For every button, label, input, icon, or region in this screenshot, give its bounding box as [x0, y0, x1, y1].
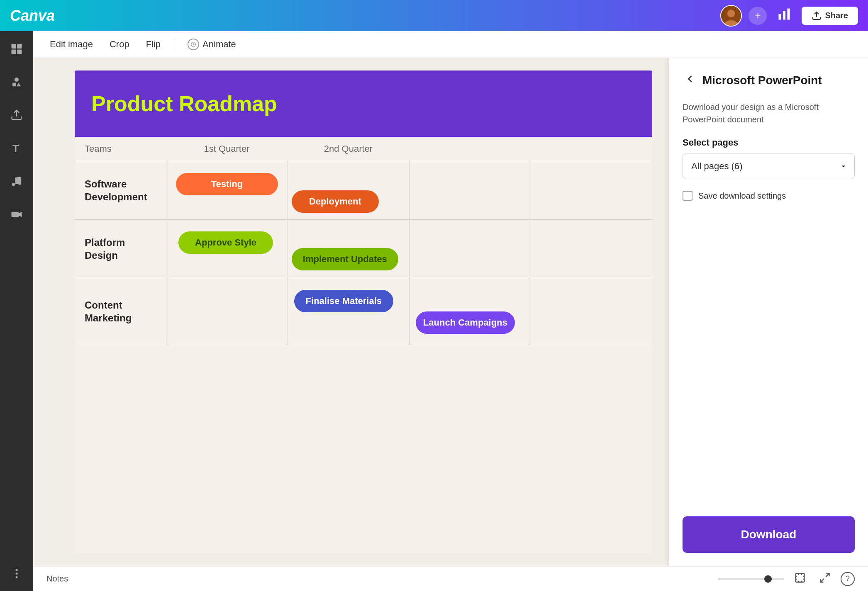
save-settings-label: Save download settings — [698, 191, 786, 201]
col-teams: Teams — [75, 143, 166, 154]
topbar: Canva + Share — [0, 0, 868, 31]
row3-q2-cell: Finalise Materials — [288, 278, 409, 345]
sidebar-icon-upload[interactable] — [6, 104, 27, 126]
toolbar-divider — [174, 39, 174, 50]
slide-container: Product Roadmap Teams 1st Quarter 2nd Qu… — [75, 71, 652, 554]
avatar[interactable] — [720, 5, 742, 27]
topbar-right: + Share — [720, 3, 858, 28]
svg-point-14 — [12, 183, 15, 186]
col-q4 — [531, 143, 652, 154]
help-button[interactable]: ? — [841, 572, 855, 586]
toolbar: Edit image Crop Flip Animate — [33, 31, 868, 58]
row2-q4-cell — [531, 220, 652, 278]
row2-q2-cell: Implement Updates — [288, 220, 409, 278]
svg-rect-7 — [17, 44, 22, 49]
save-settings-row: Save download settings — [683, 191, 855, 201]
right-panel: Microsoft PowerPoint Download your desig… — [669, 58, 868, 566]
save-settings-checkbox[interactable] — [683, 191, 692, 201]
row2-q3-cell — [409, 220, 531, 278]
panel-title: Microsoft PowerPoint — [702, 74, 822, 87]
row2-q1-cell: Approve Style — [166, 220, 288, 278]
gantt-row-2: PlatformDesign Approve Style Implement U… — [75, 220, 652, 278]
svg-point-10 — [15, 78, 19, 82]
deployment-pill: Deployment — [292, 190, 379, 213]
edit-image-button[interactable]: Edit image — [43, 36, 100, 53]
svg-rect-22 — [796, 573, 805, 582]
add-button[interactable]: + — [749, 7, 767, 25]
sidebar-more-button[interactable] — [6, 563, 27, 584]
gantt-row-1: SoftwareDevelopment Testing Deployment — [75, 161, 652, 220]
svg-text:T: T — [12, 143, 19, 154]
back-button[interactable] — [683, 71, 697, 89]
testing-pill: Testing — [176, 173, 278, 195]
col-q1: 1st Quarter — [166, 143, 288, 154]
svg-marker-12 — [17, 83, 21, 87]
fit-to-screen-button[interactable] — [791, 570, 809, 588]
row1-q1-cell: Testing — [166, 161, 288, 219]
row2-label: PlatformDesign — [75, 229, 166, 268]
canva-logo: Canva — [10, 7, 55, 24]
svg-point-1 — [727, 10, 735, 17]
gantt-row-3: ContentMarketing Finalise Materials Laun… — [75, 278, 652, 345]
finalise-materials-pill: Finalise Materials — [294, 290, 393, 312]
row1-q3-cell — [409, 161, 531, 219]
expand-button[interactable] — [816, 570, 834, 588]
col-q2: 2nd Quarter — [288, 143, 409, 154]
svg-point-19 — [16, 573, 18, 575]
animate-button[interactable]: Animate — [181, 35, 243, 54]
svg-marker-17 — [19, 212, 22, 217]
select-pages-section: Select pages All pages (6) — [683, 137, 855, 179]
download-button[interactable]: Download — [683, 516, 855, 553]
svg-rect-9 — [17, 50, 22, 54]
row3-q1-cell — [166, 278, 288, 345]
share-button[interactable]: Share — [802, 7, 858, 25]
animate-icon — [188, 39, 199, 50]
analytics-button[interactable] — [773, 3, 795, 28]
svg-rect-4 — [783, 11, 785, 20]
row1-q4-cell — [531, 161, 652, 219]
svg-rect-5 — [788, 9, 790, 20]
sidebar-icon-template[interactable] — [6, 38, 27, 59]
svg-rect-16 — [12, 212, 19, 217]
row3-q3-cell: Launch Campaigns — [409, 278, 531, 345]
launch-campaigns-pill: Launch Campaigns — [416, 311, 515, 334]
sidebar-icon-text[interactable]: T — [6, 137, 27, 159]
svg-point-20 — [16, 576, 18, 578]
sidebar-icon-audio[interactable] — [6, 170, 27, 192]
row3-q4-cell — [531, 278, 652, 345]
implement-updates-pill: Implement Updates — [292, 248, 398, 270]
panel-description: Download your design as a Microsoft Powe… — [683, 101, 855, 126]
slide-title: Product Roadmap — [91, 91, 277, 116]
sidebar-icon-elements[interactable] — [6, 71, 27, 92]
col-q3 — [409, 143, 531, 154]
zoom-slider[interactable] — [718, 578, 784, 580]
row3-label: ContentMarketing — [75, 292, 166, 331]
panel-back: Microsoft PowerPoint — [683, 71, 855, 89]
svg-point-18 — [16, 569, 18, 571]
svg-point-15 — [18, 182, 22, 185]
row1-q2-cell: Deployment — [288, 161, 409, 219]
gantt-header: Teams 1st Quarter 2nd Quarter — [75, 137, 652, 161]
approve-style-pill: Approve Style — [178, 231, 273, 254]
left-sidebar: T — [0, 31, 33, 591]
svg-rect-3 — [779, 14, 781, 20]
content-area: Edit image Crop Flip Animate Product Roa… — [33, 31, 868, 591]
sidebar-icon-video[interactable] — [6, 204, 27, 225]
svg-rect-6 — [12, 44, 16, 49]
svg-rect-11 — [12, 83, 16, 87]
crop-button[interactable]: Crop — [103, 36, 136, 53]
svg-rect-8 — [12, 50, 16, 54]
select-pages-label: Select pages — [683, 137, 855, 148]
notes-label: Notes — [46, 574, 68, 584]
flip-button[interactable]: Flip — [139, 36, 167, 53]
pages-select[interactable]: All pages (6) — [683, 153, 855, 179]
zoom-thumb — [764, 575, 772, 583]
slide-header: Product Roadmap — [75, 71, 652, 137]
row1-label: SoftwareDevelopment — [75, 171, 166, 210]
slide-canvas: Product Roadmap Teams 1st Quarter 2nd Qu… — [33, 58, 868, 566]
bottom-bar: Notes ? — [33, 566, 868, 591]
